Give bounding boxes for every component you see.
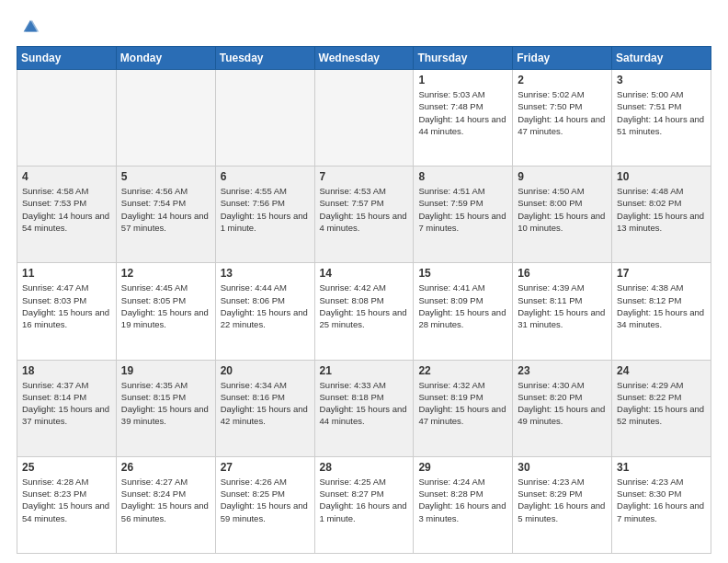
calendar-day-cell: 1Sunrise: 5:03 AMSunset: 7:48 PMDaylight… [414,70,513,167]
day-info: Sunrise: 4:32 AMSunset: 8:19 PMDaylight:… [418,379,507,428]
day-number: 20 [221,364,310,377]
day-info: Sunrise: 4:37 AMSunset: 8:14 PMDaylight:… [22,379,111,428]
day-info: Sunrise: 5:02 AMSunset: 7:50 PMDaylight:… [518,88,607,137]
calendar-day-cell: 10Sunrise: 4:48 AMSunset: 8:02 PMDayligh… [612,167,711,263]
day-info: Sunrise: 4:23 AMSunset: 8:30 PMDaylight:… [617,476,706,524]
day-info: Sunrise: 4:44 AMSunset: 8:06 PMDaylight:… [221,282,310,330]
calendar-day-cell: 6Sunrise: 4:55 AMSunset: 7:56 PMDaylight… [215,167,314,263]
calendar-day-cell: 28Sunrise: 4:25 AMSunset: 8:27 PMDayligh… [314,456,414,553]
day-number: 21 [320,364,409,377]
day-info: Sunrise: 4:25 AMSunset: 8:27 PMDaylight:… [320,476,409,524]
day-info: Sunrise: 4:53 AMSunset: 7:57 PMDaylight:… [320,185,409,234]
calendar-day-cell: 13Sunrise: 4:44 AMSunset: 8:06 PMDayligh… [215,263,314,360]
calendar-day-cell: 17Sunrise: 4:38 AMSunset: 8:12 PMDayligh… [612,263,711,360]
day-number: 6 [221,170,310,183]
calendar-day-cell: 8Sunrise: 4:51 AMSunset: 7:59 PMDaylight… [414,167,513,263]
day-number: 29 [418,461,507,474]
col-wednesday: Wednesday [314,47,414,70]
calendar-day-cell: 26Sunrise: 4:27 AMSunset: 8:24 PMDayligh… [116,456,215,553]
day-number: 18 [22,364,111,377]
calendar-day-cell: 19Sunrise: 4:35 AMSunset: 8:15 PMDayligh… [116,360,215,456]
day-number: 14 [320,267,409,280]
calendar-day-cell: 21Sunrise: 4:33 AMSunset: 8:18 PMDayligh… [314,360,414,456]
calendar-week-row: 11Sunrise: 4:47 AMSunset: 8:03 PMDayligh… [17,263,711,360]
page: Sunday Monday Tuesday Wednesday Thursday… [0,0,728,563]
calendar-day-cell [17,70,117,167]
day-number: 15 [418,267,507,280]
day-number: 19 [121,364,210,377]
col-monday: Monday [116,47,215,70]
day-info: Sunrise: 5:00 AMSunset: 7:51 PMDaylight:… [617,88,706,137]
header [17,17,711,37]
calendar-day-cell: 18Sunrise: 4:37 AMSunset: 8:14 PMDayligh… [17,360,117,456]
calendar-day-cell: 24Sunrise: 4:29 AMSunset: 8:22 PMDayligh… [612,360,711,456]
calendar-week-row: 18Sunrise: 4:37 AMSunset: 8:14 PMDayligh… [17,360,711,456]
day-number: 26 [121,461,210,474]
day-number: 31 [617,461,706,474]
calendar-day-cell: 9Sunrise: 4:50 AMSunset: 8:00 PMDaylight… [513,167,612,263]
calendar-day-cell: 3Sunrise: 5:00 AMSunset: 7:51 PMDaylight… [612,70,711,167]
day-info: Sunrise: 4:34 AMSunset: 8:16 PMDaylight:… [221,379,310,428]
day-number: 5 [121,170,210,183]
logo-icon [20,17,40,37]
col-saturday: Saturday [612,47,711,70]
day-number: 24 [617,364,706,377]
day-number: 27 [221,461,310,474]
day-number: 8 [418,170,507,183]
day-info: Sunrise: 4:48 AMSunset: 8:02 PMDaylight:… [617,185,706,234]
calendar-day-cell: 5Sunrise: 4:56 AMSunset: 7:54 PMDaylight… [116,167,215,263]
calendar-week-row: 1Sunrise: 5:03 AMSunset: 7:48 PMDaylight… [17,70,711,167]
day-number: 25 [22,461,111,474]
day-info: Sunrise: 4:24 AMSunset: 8:28 PMDaylight:… [418,476,507,524]
day-info: Sunrise: 4:38 AMSunset: 8:12 PMDaylight:… [617,282,706,330]
day-number: 13 [221,267,310,280]
day-info: Sunrise: 4:28 AMSunset: 8:23 PMDaylight:… [22,476,111,524]
day-number: 16 [518,267,607,280]
day-info: Sunrise: 4:30 AMSunset: 8:20 PMDaylight:… [518,379,607,428]
calendar-day-cell: 23Sunrise: 4:30 AMSunset: 8:20 PMDayligh… [513,360,612,456]
day-info: Sunrise: 4:56 AMSunset: 7:54 PMDaylight:… [121,185,210,234]
calendar-day-cell: 11Sunrise: 4:47 AMSunset: 8:03 PMDayligh… [17,263,117,360]
calendar-day-cell: 16Sunrise: 4:39 AMSunset: 8:11 PMDayligh… [513,263,612,360]
day-info: Sunrise: 4:41 AMSunset: 8:09 PMDaylight:… [418,282,507,330]
col-sunday: Sunday [17,47,117,70]
col-tuesday: Tuesday [215,47,314,70]
calendar-day-cell: 31Sunrise: 4:23 AMSunset: 8:30 PMDayligh… [612,456,711,553]
day-number: 17 [617,267,706,280]
calendar-day-cell [314,70,414,167]
calendar-day-cell: 14Sunrise: 4:42 AMSunset: 8:08 PMDayligh… [314,263,414,360]
day-info: Sunrise: 4:35 AMSunset: 8:15 PMDaylight:… [121,379,210,428]
calendar-day-cell: 7Sunrise: 4:53 AMSunset: 7:57 PMDaylight… [314,167,414,263]
calendar-week-row: 4Sunrise: 4:58 AMSunset: 7:53 PMDaylight… [17,167,711,263]
day-number: 22 [418,364,507,377]
day-number: 2 [518,74,607,86]
day-number: 9 [518,170,607,183]
day-number: 1 [418,74,507,86]
day-info: Sunrise: 4:55 AMSunset: 7:56 PMDaylight:… [221,185,310,234]
calendar-day-cell: 22Sunrise: 4:32 AMSunset: 8:19 PMDayligh… [414,360,513,456]
col-thursday: Thursday [414,47,513,70]
calendar-day-cell: 29Sunrise: 4:24 AMSunset: 8:28 PMDayligh… [414,456,513,553]
day-number: 11 [22,267,111,280]
day-number: 4 [22,170,111,183]
day-info: Sunrise: 4:27 AMSunset: 8:24 PMDaylight:… [121,476,210,524]
day-info: Sunrise: 4:23 AMSunset: 8:29 PMDaylight:… [518,476,607,524]
calendar-table: Sunday Monday Tuesday Wednesday Thursday… [17,46,711,554]
day-info: Sunrise: 4:50 AMSunset: 8:00 PMDaylight:… [518,185,607,234]
calendar-day-cell: 12Sunrise: 4:45 AMSunset: 8:05 PMDayligh… [116,263,215,360]
day-number: 12 [121,267,210,280]
day-info: Sunrise: 4:47 AMSunset: 8:03 PMDaylight:… [22,282,111,330]
day-number: 23 [518,364,607,377]
day-info: Sunrise: 4:26 AMSunset: 8:25 PMDaylight:… [221,476,310,524]
day-info: Sunrise: 4:42 AMSunset: 8:08 PMDaylight:… [320,282,409,330]
day-info: Sunrise: 4:51 AMSunset: 7:59 PMDaylight:… [418,185,507,234]
calendar-day-cell [215,70,314,167]
logo [17,17,40,37]
day-info: Sunrise: 4:58 AMSunset: 7:53 PMDaylight:… [22,185,111,234]
day-info: Sunrise: 5:03 AMSunset: 7:48 PMDaylight:… [418,88,507,137]
calendar-header-row: Sunday Monday Tuesday Wednesday Thursday… [17,47,711,70]
calendar-day-cell: 20Sunrise: 4:34 AMSunset: 8:16 PMDayligh… [215,360,314,456]
calendar-day-cell: 30Sunrise: 4:23 AMSunset: 8:29 PMDayligh… [513,456,612,553]
day-number: 10 [617,170,706,183]
day-number: 30 [518,461,607,474]
